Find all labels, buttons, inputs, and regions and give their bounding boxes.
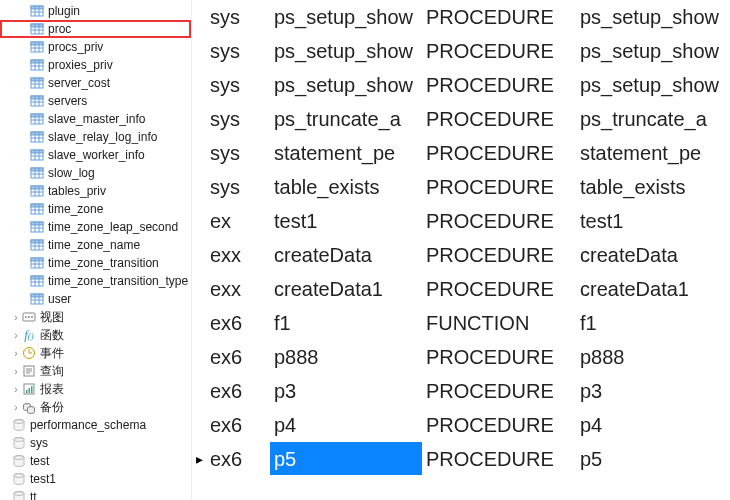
tree-table-proc[interactable]: proc bbox=[0, 20, 191, 38]
cell-db[interactable]: ex6 bbox=[206, 374, 270, 408]
cell-type[interactable]: PROCEDURE bbox=[422, 272, 576, 306]
cell-name[interactable]: ps_truncate_a bbox=[270, 102, 422, 136]
cell-name[interactable]: p5 bbox=[270, 442, 422, 476]
tree-table-slave_relay_log_info[interactable]: slave_relay_log_info bbox=[0, 128, 191, 146]
cell-type[interactable]: PROCEDURE bbox=[422, 204, 576, 238]
cell-type[interactable]: PROCEDURE bbox=[422, 34, 576, 68]
cell-specific[interactable]: table_exists bbox=[576, 170, 730, 204]
cell-name[interactable]: p3 bbox=[270, 374, 422, 408]
chevron-right-icon[interactable]: › bbox=[10, 402, 22, 413]
cell-db[interactable]: sys bbox=[206, 170, 270, 204]
chevron-right-icon[interactable]: › bbox=[10, 312, 22, 323]
tree-category-view[interactable]: ›视图 bbox=[0, 308, 191, 326]
cell-db[interactable]: sys bbox=[206, 136, 270, 170]
cell-specific[interactable]: statement_pe bbox=[576, 136, 730, 170]
tree-database-test1[interactable]: test1 bbox=[0, 470, 191, 488]
table-icon bbox=[30, 76, 44, 90]
cell-type[interactable]: PROCEDURE bbox=[422, 102, 576, 136]
chevron-right-icon[interactable]: › bbox=[10, 384, 22, 395]
chevron-right-icon[interactable]: › bbox=[10, 348, 22, 359]
cell-db[interactable]: ex6 bbox=[206, 408, 270, 442]
table-icon bbox=[30, 112, 44, 126]
cell-name[interactable]: test1 bbox=[270, 204, 422, 238]
cell-specific[interactable]: ps_setup_show bbox=[576, 34, 730, 68]
tree-database-tt[interactable]: tt bbox=[0, 488, 191, 500]
tree-item-label: test1 bbox=[30, 472, 56, 486]
cell-db[interactable]: sys bbox=[206, 34, 270, 68]
cell-db[interactable]: sys bbox=[206, 0, 270, 34]
tree-table-procs_priv[interactable]: procs_priv bbox=[0, 38, 191, 56]
tree-table-time_zone_transition[interactable]: time_zone_transition bbox=[0, 254, 191, 272]
cell-db[interactable]: ex6 bbox=[206, 340, 270, 374]
cell-db[interactable]: ex bbox=[206, 204, 270, 238]
tree-category-fx[interactable]: ›f()函数 bbox=[0, 326, 191, 344]
cell-type[interactable]: FUNCTION bbox=[422, 306, 576, 340]
cell-specific[interactable]: p888 bbox=[576, 340, 730, 374]
cell-db[interactable]: exx bbox=[206, 272, 270, 306]
cell-name[interactable]: createData bbox=[270, 238, 422, 272]
tree-table-slow_log[interactable]: slow_log bbox=[0, 164, 191, 182]
cell-name[interactable]: p4 bbox=[270, 408, 422, 442]
row-indicator bbox=[192, 204, 206, 238]
cell-type[interactable]: PROCEDURE bbox=[422, 238, 576, 272]
cell-name[interactable]: statement_pe bbox=[270, 136, 422, 170]
cell-type[interactable]: PROCEDURE bbox=[422, 68, 576, 102]
tree-table-servers[interactable]: servers bbox=[0, 92, 191, 110]
cell-specific[interactable]: ps_setup_show bbox=[576, 68, 730, 102]
cell-name[interactable]: f1 bbox=[270, 306, 422, 340]
tree-category-event[interactable]: ›事件 bbox=[0, 344, 191, 362]
database-icon bbox=[12, 418, 26, 432]
tree-category-query[interactable]: ›查询 bbox=[0, 362, 191, 380]
cell-name[interactable]: ps_setup_show bbox=[270, 34, 422, 68]
cell-type[interactable]: PROCEDURE bbox=[422, 374, 576, 408]
tree-database-performance_schema[interactable]: performance_schema bbox=[0, 416, 191, 434]
tree-table-user[interactable]: user bbox=[0, 290, 191, 308]
tree-table-time_zone_transition_type[interactable]: time_zone_transition_type bbox=[0, 272, 191, 290]
tree-table-tables_priv[interactable]: tables_priv bbox=[0, 182, 191, 200]
cell-type[interactable]: PROCEDURE bbox=[422, 408, 576, 442]
table-icon bbox=[30, 130, 44, 144]
tree-table-proxies_priv[interactable]: proxies_priv bbox=[0, 56, 191, 74]
data-grid[interactable]: sysps_setup_showPROCEDUREps_setup_showsy… bbox=[192, 0, 730, 500]
cell-db[interactable]: ex6 bbox=[206, 442, 270, 476]
cell-name[interactable]: ps_setup_show bbox=[270, 68, 422, 102]
cell-name[interactable]: table_exists bbox=[270, 170, 422, 204]
cell-db[interactable]: sys bbox=[206, 68, 270, 102]
cell-specific[interactable]: ps_setup_show bbox=[576, 0, 730, 34]
cell-specific[interactable]: p4 bbox=[576, 408, 730, 442]
tree-table-slave_master_info[interactable]: slave_master_info bbox=[0, 110, 191, 128]
chevron-right-icon[interactable]: › bbox=[10, 330, 22, 341]
cell-specific[interactable]: p5 bbox=[576, 442, 730, 476]
chevron-right-icon[interactable]: › bbox=[10, 366, 22, 377]
cell-type[interactable]: PROCEDURE bbox=[422, 0, 576, 34]
tree-table-time_zone_leap_second[interactable]: time_zone_leap_second bbox=[0, 218, 191, 236]
cell-specific[interactable]: p3 bbox=[576, 374, 730, 408]
cell-specific[interactable]: test1 bbox=[576, 204, 730, 238]
row-indicator bbox=[192, 238, 206, 272]
tree-item-label: proxies_priv bbox=[48, 58, 113, 72]
tree-table-server_cost[interactable]: server_cost bbox=[0, 74, 191, 92]
cell-db[interactable]: exx bbox=[206, 238, 270, 272]
tree-database-sys[interactable]: sys bbox=[0, 434, 191, 452]
cell-db[interactable]: ex6 bbox=[206, 306, 270, 340]
tree-item-label: 函数 bbox=[40, 327, 64, 344]
tree-table-time_zone_name[interactable]: time_zone_name bbox=[0, 236, 191, 254]
cell-specific[interactable]: ps_truncate_a bbox=[576, 102, 730, 136]
cell-name[interactable]: p888 bbox=[270, 340, 422, 374]
cell-name[interactable]: createData1 bbox=[270, 272, 422, 306]
tree-table-plugin[interactable]: plugin bbox=[0, 2, 191, 20]
cell-db[interactable]: sys bbox=[206, 102, 270, 136]
cell-type[interactable]: PROCEDURE bbox=[422, 136, 576, 170]
cell-specific[interactable]: createData bbox=[576, 238, 730, 272]
cell-type[interactable]: PROCEDURE bbox=[422, 170, 576, 204]
cell-name[interactable]: ps_setup_show bbox=[270, 0, 422, 34]
tree-category-backup[interactable]: ›备份 bbox=[0, 398, 191, 416]
cell-specific[interactable]: f1 bbox=[576, 306, 730, 340]
cell-type[interactable]: PROCEDURE bbox=[422, 340, 576, 374]
tree-table-slave_worker_info[interactable]: slave_worker_info bbox=[0, 146, 191, 164]
cell-specific[interactable]: createData1 bbox=[576, 272, 730, 306]
tree-database-test[interactable]: test bbox=[0, 452, 191, 470]
tree-table-time_zone[interactable]: time_zone bbox=[0, 200, 191, 218]
cell-type[interactable]: PROCEDURE bbox=[422, 442, 576, 476]
tree-category-report[interactable]: ›报表 bbox=[0, 380, 191, 398]
